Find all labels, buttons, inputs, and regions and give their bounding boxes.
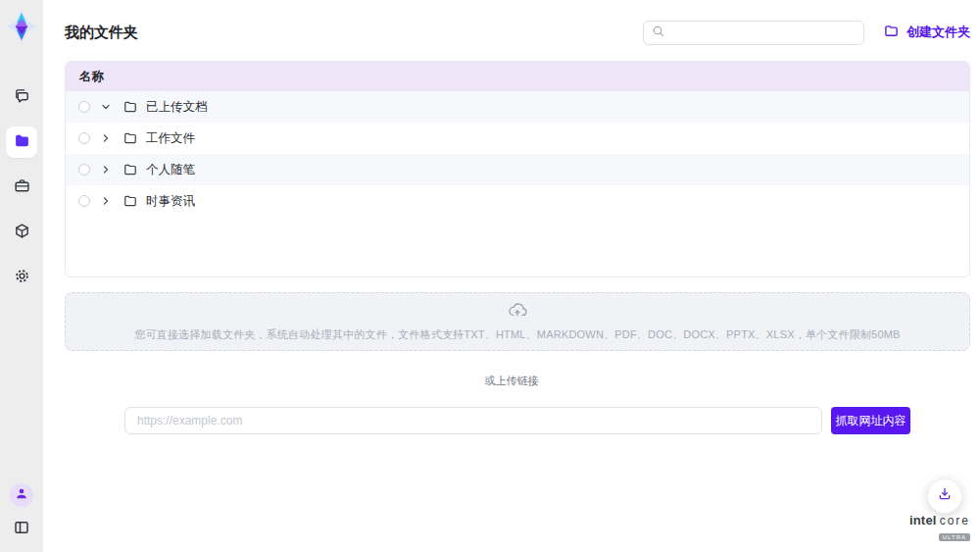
sidebar-item-apps[interactable]: [6, 217, 37, 248]
search-box: [643, 21, 864, 45]
sidebar-item-chat[interactable]: [6, 81, 37, 113]
app-logo: [6, 9, 37, 44]
folder-outline-icon: [123, 100, 137, 114]
create-folder-label: 创建文件夹: [906, 24, 970, 41]
intel-core-logo: intel core ULTRA: [909, 514, 970, 542]
download-fab[interactable]: [927, 478, 962, 514]
url-input[interactable]: [124, 407, 822, 434]
row-checkbox[interactable]: [78, 101, 90, 113]
folder-row[interactable]: 时事资讯: [66, 185, 969, 217]
ultra-badge: ULTRA: [939, 533, 970, 541]
folder-name: 工作文件: [146, 130, 195, 147]
sidebar-bottom: [10, 483, 33, 552]
upload-hint: 您可直接选择加载文件夹，系统自动处理其中的文件，文件格式支持TXT、HTML、M…: [134, 327, 900, 342]
chevron-right-icon[interactable]: [100, 132, 112, 144]
folder-name: 个人随笔: [146, 162, 195, 178]
briefcase-icon: [14, 177, 30, 198]
url-fetch-row: 抓取网址内容: [65, 407, 970, 434]
search-icon: [652, 24, 664, 41]
folder-outline-icon: [123, 194, 137, 208]
main-content: 我的文件夹 创建文件夹 名称: [43, 0, 980, 552]
page-header: 我的文件夹 创建文件夹: [65, 18, 970, 47]
create-folder-icon: [884, 24, 899, 41]
download-icon: [937, 486, 953, 506]
sidebar: [0, 0, 43, 552]
sidebar-item-workspace[interactable]: [6, 172, 37, 203]
sidebar-nav: [6, 81, 37, 307]
chevron-right-icon[interactable]: [100, 164, 112, 176]
sidebar-item-folders[interactable]: [6, 126, 37, 158]
core-wordmark: core: [940, 515, 970, 527]
folder-icon: [14, 132, 30, 153]
folder-name: 时事资讯: [146, 193, 195, 210]
row-checkbox[interactable]: [78, 132, 90, 144]
fetch-url-button[interactable]: 抓取网址内容: [831, 407, 910, 434]
search-input[interactable]: [670, 25, 856, 39]
page-title: 我的文件夹: [65, 24, 138, 42]
folder-name: 已上传文档: [146, 99, 208, 116]
or-upload-link-label: 或上传链接: [43, 374, 980, 388]
chat-icon: [14, 87, 30, 108]
folder-outline-icon: [123, 131, 137, 145]
chevron-right-icon[interactable]: [100, 195, 112, 207]
sidebar-item-settings[interactable]: [6, 262, 37, 293]
intel-wordmark: intel: [909, 514, 937, 527]
row-checkbox[interactable]: [78, 164, 90, 176]
cube-icon: [14, 223, 30, 243]
folder-row[interactable]: 个人随笔: [66, 154, 969, 185]
create-folder-button[interactable]: 创建文件夹: [884, 24, 970, 41]
folder-outline-icon: [123, 163, 137, 176]
panel-toggle-icon: [13, 523, 30, 539]
folder-row[interactable]: 已上传文档: [66, 91, 969, 123]
cloud-upload-icon: [508, 302, 527, 322]
folder-row[interactable]: 工作文件: [66, 123, 969, 154]
user-avatar[interactable]: [10, 483, 33, 507]
folder-table: 名称 已上传文档: [65, 61, 970, 277]
panel-toggle[interactable]: [13, 519, 30, 536]
row-checkbox[interactable]: [78, 195, 90, 207]
folder-list: 已上传文档 工作文件: [66, 91, 969, 217]
settings-icon: [14, 268, 30, 288]
upload-dropzone[interactable]: 您可直接选择加载文件夹，系统自动处理其中的文件，文件格式支持TXT、HTML、M…: [65, 292, 970, 351]
user-avatar-icon: [15, 486, 28, 504]
chevron-down-icon[interactable]: [100, 101, 112, 113]
column-header-name: 名称: [66, 62, 969, 91]
